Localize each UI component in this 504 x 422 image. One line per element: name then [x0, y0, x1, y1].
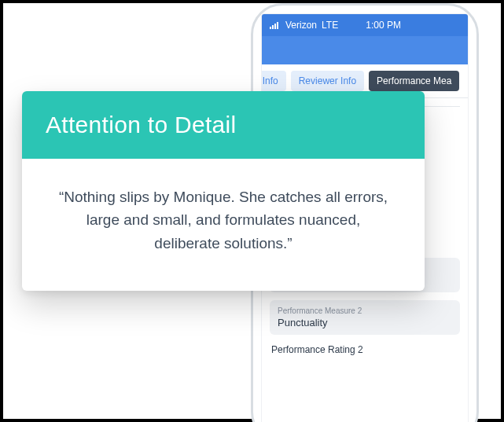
field-measure-2[interactable]: Performance Measure 2 Punctuality [270, 300, 460, 335]
highlight-card: Attention to Detail “Nothing slips by Mo… [22, 91, 425, 291]
stage: Verizon LTE 1:00 PM ee Info Reviewer Inf… [0, 0, 504, 422]
svg-rect-1 [272, 25, 274, 29]
signal-icon [270, 21, 281, 29]
tab-performance-measures[interactable]: Performance Mea [369, 71, 459, 91]
app-header [262, 36, 468, 64]
card-title: Attention to Detail [22, 91, 425, 159]
card-quote: “Nothing slips by Monique. She catches a… [22, 159, 425, 291]
status-time: 1:00 PM [338, 20, 429, 31]
carrier-label: Verizon [285, 20, 317, 31]
field-label: Performance Measure 2 [278, 306, 452, 315]
network-label: LTE [322, 20, 338, 31]
svg-rect-0 [270, 27, 271, 29]
svg-rect-2 [274, 24, 276, 29]
svg-rect-3 [277, 22, 278, 29]
tab-reviewer-info[interactable]: Reviewer Info [291, 71, 364, 91]
status-bar: Verizon LTE 1:00 PM [262, 14, 468, 36]
tab-employee-info[interactable]: ee Info [262, 71, 286, 91]
status-left: Verizon LTE [270, 20, 338, 31]
rating-2-label: Performance Rating 2 [270, 343, 460, 355]
field-value: Punctuality [278, 317, 452, 328]
